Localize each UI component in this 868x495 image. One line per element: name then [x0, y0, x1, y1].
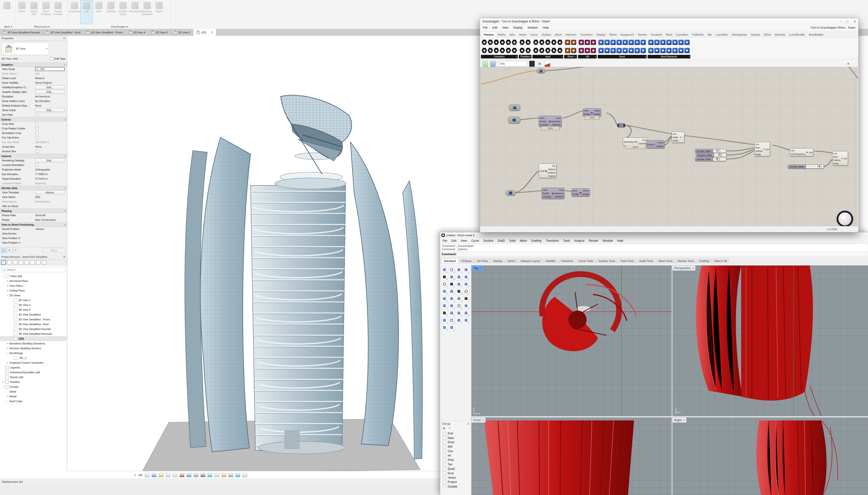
view-control-icon-8[interactable]	[201, 473, 205, 477]
gh-tab-vector[interactable]: Vector	[517, 32, 528, 37]
gh-component-icon[interactable]	[551, 48, 556, 53]
number-slider[interactable]: Number Slider39	[695, 157, 726, 161]
view-tab-3d-view-simplified-roof[interactable]: 3D View Simplified - Roof	[43, 29, 84, 36]
sidebar-tool-icon-3[interactable]	[463, 267, 469, 273]
gh-menu-solution[interactable]: Solution	[528, 26, 538, 29]
gh-tab-wombat[interactable]: Wombat	[773, 32, 787, 37]
gh-component-icon[interactable]	[488, 48, 493, 53]
gh-tab-params[interactable]: Params	[482, 32, 496, 37]
browser-tab-home-icon[interactable]	[1, 260, 6, 264]
gh-component[interactable]: HostProfile◆PlaneProfile	[571, 188, 590, 197]
osnap-checkbox-perp[interactable]	[443, 458, 446, 462]
slider-track[interactable]: 37	[713, 149, 726, 153]
view-tab-3d-view-simplified-floors[interactable]: 3D View Simplified - Floors	[84, 29, 126, 36]
gh-group-label[interactable]: Revit Elements	[648, 55, 690, 58]
view-control-icon-7[interactable]	[194, 473, 198, 477]
osnap-tabs[interactable]: ◉▽	[440, 426, 471, 431]
rhino-tab-viewport-layout[interactable]: Viewport Layout	[518, 259, 542, 263]
rhino-tab-surface-tools[interactable]: Surface Tools	[596, 259, 617, 263]
property-value[interactable]: Show Original	[35, 81, 65, 84]
rhino-title-bar[interactable]: Untitled - Rhino.Inside 8	[440, 232, 868, 238]
gh-menu-view[interactable]: View	[502, 26, 508, 29]
view-control-icon-10[interactable]	[215, 473, 219, 477]
rhino-tab-visibility[interactable]: Visibility	[543, 259, 558, 263]
tree-item-3d-view-3[interactable]: 3D View 3	[0, 303, 67, 307]
gh-tab-lunchbox[interactable]: LunchBox	[714, 32, 730, 37]
property-value[interactable]: 100	[35, 72, 65, 75]
section-collapse-icon[interactable]: «	[64, 63, 65, 66]
section-collapse-icon[interactable]: «	[64, 209, 65, 212]
osnap-item-disable[interactable]: Disable	[440, 484, 471, 489]
osnap-item-quad[interactable]: Quad	[440, 467, 471, 471]
sidebar-tool-icon-19[interactable]	[463, 295, 469, 302]
gh-component-icon[interactable]	[571, 48, 576, 53]
gh-component[interactable]: HostPointsCreases◆HostExteriorsInteriors	[541, 188, 565, 199]
tree-item-model[interactable]: +Model	[0, 394, 67, 399]
output-port[interactable]: i	[683, 136, 684, 139]
sidebar-tool-icon-28[interactable]	[441, 317, 448, 324]
sort-za-button[interactable]: Z↓	[14, 248, 19, 253]
tree-expander[interactable]: +	[6, 342, 9, 345]
property-value[interactable]: Edit...	[35, 85, 65, 89]
gh-component-icon[interactable]	[666, 48, 672, 53]
input-port[interactable]: Creases	[542, 195, 551, 198]
sidebar-tool-icon-21[interactable]	[449, 303, 455, 309]
osnap-item-perp[interactable]: Perp	[440, 458, 471, 462]
gh-component-icon[interactable]	[635, 48, 640, 53]
input-port[interactable]: List	[791, 149, 805, 152]
input-port[interactable]: Host	[540, 170, 545, 172]
input-port[interactable]: Host	[572, 189, 579, 192]
apply-button[interactable]: Apply	[43, 248, 65, 253]
gh-component-icon[interactable]	[579, 48, 584, 53]
osnap-checkbox-quad[interactable]	[443, 467, 446, 471]
section-header-graphics[interactable]: Graphics«	[0, 62, 67, 67]
gh-component-icon[interactable]	[494, 40, 499, 45]
view-control-icon-12[interactable]	[229, 473, 233, 477]
rhino-menu-tools[interactable]: Tools	[563, 239, 570, 242]
gh-component[interactable]: HostProfile◆PlaneProfile71ms	[583, 108, 601, 116]
sidebar-tool-icon-20[interactable]	[441, 303, 448, 309]
command-history[interactable]: Command: _GrasshopperCommand: _Options	[440, 244, 868, 252]
tree-item-groups[interactable]: −Groups	[0, 385, 67, 389]
gh-tab-curve[interactable]: Curve	[529, 32, 540, 37]
zoom-extents-icon[interactable]	[529, 61, 535, 67]
sidebar-tool-icon-2[interactable]	[456, 267, 462, 273]
tree-expander[interactable]: +	[6, 395, 9, 398]
command-prompt[interactable]: Command:	[440, 252, 868, 257]
view-control-icon-13[interactable]	[235, 473, 240, 477]
osnap-checkbox-vertex[interactable]	[443, 476, 446, 479]
output-port[interactable]: Indices	[656, 145, 664, 148]
minimize-button[interactable]: –	[839, 20, 841, 23]
gh-component[interactable]: ListItemIndicesWrap≡List	[832, 151, 848, 166]
sidebar-tool-icon-14[interactable]	[456, 288, 462, 295]
gh-menu-file[interactable]: File	[483, 26, 487, 29]
tree-expander[interactable]: +	[2, 380, 4, 383]
input-port[interactable]: Item	[833, 155, 840, 158]
gh-tab-wb[interactable]: Wb	[706, 32, 714, 37]
output-port[interactable]: Top	[552, 165, 555, 167]
sidebar-tool-icon-13[interactable]	[449, 288, 455, 295]
tree-item-families[interactable]: +Families	[0, 379, 67, 385]
slider-track[interactable]: 39	[713, 157, 726, 161]
input-port[interactable]: Cull frequency	[791, 153, 805, 155]
property-value[interactable]: None	[35, 104, 65, 107]
gh-component-icon[interactable]	[678, 40, 684, 45]
output-port[interactable]: Interior	[548, 175, 555, 177]
input-port[interactable]: Index	[672, 136, 678, 139]
gh-tab-animxporter[interactable]: AnimXporter	[730, 32, 749, 37]
property-checkbox[interactable]	[36, 164, 38, 167]
gh-component-icon[interactable]	[629, 40, 634, 45]
gh-tab-sets[interactable]: Sets	[508, 32, 517, 37]
gh-component-icon[interactable]	[666, 40, 672, 45]
property-value[interactable]: Edit...	[35, 158, 65, 163]
sidebar-tool-icon-8[interactable]	[441, 281, 448, 287]
output-port[interactable]: Points	[657, 141, 664, 144]
input-port[interactable]: Profile	[584, 113, 590, 116]
view-control-icon-6[interactable]	[186, 473, 191, 477]
sidebar-tool-icon-11[interactable]	[463, 281, 469, 287]
ribbon-button-release-elements[interactable]: Release Elements	[141, 0, 153, 23]
tree-item-revit-links[interactable]: ⌁Revit Links	[0, 399, 67, 404]
gh-component-icon[interactable]	[585, 40, 590, 45]
gh-tab-dendro[interactable]: Dendro	[636, 32, 649, 37]
sidebar-tool-icon-29[interactable]	[449, 317, 455, 324]
